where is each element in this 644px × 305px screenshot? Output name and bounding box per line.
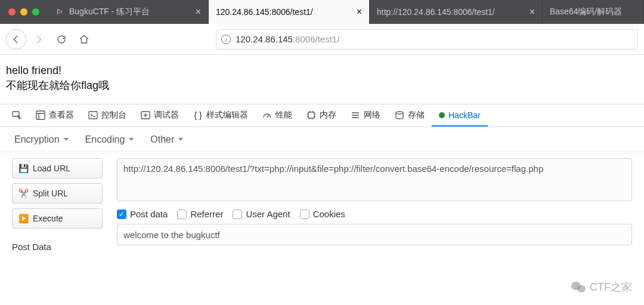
chevron-down-icon [129,138,134,141]
opt-post-data[interactable]: Post data [117,209,168,219]
picker-icon [12,110,21,120]
checkbox-icon[interactable] [233,210,242,219]
tab-label: 120.24.86.145:8006/test1/ [216,7,348,17]
page-content: hello friend! 不能现在就给你flag哦 [0,55,644,104]
chevron-down-icon [64,138,69,141]
gauge-icon [262,110,272,120]
tab-console[interactable]: 控制台 [81,104,134,127]
svg-rect-4 [308,112,314,118]
execute-button[interactable]: ▶️Execute [12,208,103,229]
debugger-icon [141,110,150,120]
tab-style-editor[interactable]: { }样式编辑器 [186,104,255,127]
info-icon[interactable]: i [221,35,231,44]
browser-tab[interactable]: 120.24.86.145:8006/test1/ × [209,0,370,24]
close-icon[interactable]: × [530,7,535,17]
watermark: CTF之家 [571,280,632,294]
menu-encoding[interactable]: Encoding [85,134,134,145]
play-icon: ▶️ [18,214,28,223]
hackbar-options: Post data Referrer User Agent Cookies [117,209,632,219]
wechat-icon [571,281,586,294]
flag-icon: 🏳 [55,7,64,17]
forward-button [29,29,49,50]
tab-label: http://120.24.86.145:8006/test1/ [377,7,521,17]
window-chrome: 🏳 BugkuCTF - 练习平台 × 120.24.86.145:8006/t… [0,0,644,24]
tab-label: Base64编码/解码器 [550,7,636,17]
post-data-label: Post Data [12,242,103,252]
tab-performance[interactable]: 性能 [255,104,299,127]
tab-storage[interactable]: 存储 [388,104,432,127]
back-button[interactable] [6,29,26,50]
disk-icon: 💾 [18,164,28,173]
tab-inspector[interactable]: 查看器 [29,104,81,127]
braces-icon: { } [193,110,203,120]
post-data-input[interactable] [117,224,632,245]
nav-bar: i 120.24.86.145:8006/test1/ [0,24,644,55]
checkbox-icon[interactable] [177,210,187,219]
close-window-icon[interactable] [8,8,16,16]
opt-user-agent[interactable]: User Agent [233,209,290,219]
svg-rect-1 [36,111,45,119]
close-icon[interactable]: × [196,7,201,17]
tab-memory[interactable]: 内存 [299,104,343,127]
tab-hackbar[interactable]: HackBar [432,104,488,127]
tab-debugger[interactable]: 调试器 [134,104,186,127]
network-icon [351,110,360,120]
url-text: 120.24.86.145:8006/test1/ [236,34,633,44]
traffic-lights [0,0,48,24]
devtools-picker[interactable] [5,104,29,127]
inspector-icon [36,110,45,120]
tab-label: BugkuCTF - 练习平台 [69,7,187,17]
browser-tab[interactable]: http://120.24.86.145:8006/test1/ × [370,0,543,24]
storage-icon [395,110,404,120]
minimize-window-icon[interactable] [20,8,27,16]
menu-other[interactable]: Other [150,134,183,145]
load-url-button[interactable]: 💾Load URL [12,158,103,178]
hackbar-menu-row: Encryption Encoding Other [0,127,644,152]
svg-point-5 [396,112,403,114]
opt-referrer[interactable]: Referrer [177,209,223,219]
menu-encryption[interactable]: Encryption [14,134,69,145]
home-button[interactable] [74,29,94,50]
tab-network[interactable]: 网络 [343,104,388,127]
checkbox-icon[interactable] [300,210,309,219]
chevron-down-icon [178,138,183,141]
reload-button[interactable] [51,29,72,50]
hackbar-inputs: Post data Referrer User Agent Cookies [117,158,632,252]
devtools-tabs: 查看器 控制台 调试器 { }样式编辑器 性能 内存 网络 存储 HackBar [0,104,644,127]
hackbar-url-input[interactable] [117,158,632,201]
address-bar[interactable]: i 120.24.86.145:8006/test1/ [216,29,638,50]
devtools-panel: 查看器 控制台 调试器 { }样式编辑器 性能 内存 网络 存储 HackBar… [0,104,644,252]
browser-tab[interactable]: Base64编码/解码器 [543,0,644,24]
close-icon[interactable]: × [357,7,362,17]
memory-icon [306,110,316,120]
page-text-line: hello friend! [6,63,638,78]
hackbar-main: 💾Load URL ✂️Split URL ▶️Execute Post Dat… [0,152,644,252]
hackbar-buttons: 💾Load URL ✂️Split URL ▶️Execute Post Dat… [12,158,103,252]
browser-tab[interactable]: 🏳 BugkuCTF - 练习平台 × [48,0,209,24]
dot-icon [439,112,445,118]
split-url-button[interactable]: ✂️Split URL [12,183,103,204]
svg-point-7 [577,285,586,292]
console-icon [88,110,98,120]
scissors-icon: ✂️ [18,189,28,198]
checkbox-icon[interactable] [117,210,126,219]
opt-cookies[interactable]: Cookies [300,209,345,219]
page-text-line: 不能现在就给你flag哦 [6,78,638,93]
browser-tabs: 🏳 BugkuCTF - 练习平台 × 120.24.86.145:8006/t… [48,0,644,24]
maximize-window-icon[interactable] [32,8,39,16]
